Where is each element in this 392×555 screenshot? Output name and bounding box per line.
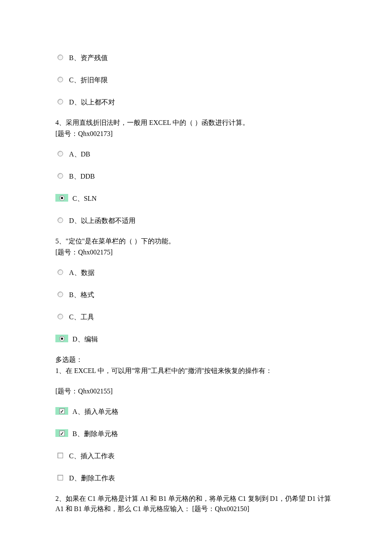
option-label: D、以上函数都不适用 <box>69 214 135 226</box>
q4-option-a: A、DB <box>55 147 337 159</box>
q3-option-b: B、资产残值 <box>55 51 337 63</box>
radio-q4-b[interactable] <box>58 173 63 179</box>
radio-q5-b[interactable] <box>58 292 63 297</box>
radio-wrap <box>55 216 65 224</box>
option-label: B、删除单元格 <box>72 427 118 439</box>
radio-wrap <box>55 75 65 83</box>
radio-wrap <box>55 98 65 105</box>
checkbox-mq1-d[interactable] <box>58 475 63 480</box>
option-label: D、删除工作表 <box>69 471 115 483</box>
radio-wrap <box>55 312 65 320</box>
option-label: A、DB <box>69 147 90 159</box>
q5-option-a: A、数据 <box>55 266 337 278</box>
radio-wrap <box>55 150 65 157</box>
q5-option-d: D、编辑 <box>55 332 337 344</box>
checkbox-wrap-checked <box>55 429 68 437</box>
option-label: A、数据 <box>69 266 95 278</box>
radio-q5-d[interactable] <box>59 336 65 341</box>
option-label: A、插入单元格 <box>72 405 118 417</box>
option-label: C、工具 <box>69 310 94 322</box>
checkbox-wrap-checked <box>55 407 68 415</box>
radio-q5-a[interactable] <box>58 269 63 275</box>
checkbox-wrap <box>55 451 65 459</box>
option-label: C、折旧年限 <box>69 73 108 85</box>
mq1-option-a: A、插入单元格 <box>55 405 337 417</box>
radio-wrap-selected <box>55 335 68 342</box>
radio-q3-c[interactable] <box>58 77 63 82</box>
option-label: B、格式 <box>69 288 94 300</box>
q3-option-d: D、以上都不对 <box>55 95 337 107</box>
q4-text: 4、采用直线折旧法时，一般用 EXCEL 中的（ ）函数进行计算。 <box>55 118 337 128</box>
multi-q1-text: 1、在 EXCEL 中，可以用"常用"工具栏中的"撤消"按钮来恢复的操作有： <box>55 366 337 376</box>
q5-option-c: C、工具 <box>55 310 337 322</box>
option-label: B、资产残值 <box>69 51 108 63</box>
option-label: C、插入工作表 <box>69 449 115 461</box>
q5-option-b: B、格式 <box>55 288 337 300</box>
radio-q3-b[interactable] <box>58 55 63 60</box>
multi-q2-text: 2、如果在 C1 单元格是计算 A1 和 B1 单元格的和，将单元格 C1 复制… <box>55 494 337 514</box>
radio-wrap <box>55 53 65 61</box>
checkbox-wrap <box>55 474 65 481</box>
option-label: C、SLN <box>72 192 97 204</box>
option-label: D、编辑 <box>72 332 98 344</box>
q4-option-b: B、DDB <box>55 170 337 182</box>
q5-id: [题号：Qhx002175] <box>55 247 337 257</box>
multi-section-title: 多选题： <box>55 355 337 365</box>
radio-q5-c[interactable] <box>58 314 63 319</box>
option-label: B、DDB <box>69 170 95 182</box>
mq1-option-b: B、删除单元格 <box>55 427 337 439</box>
multi-q2: 2、如果在 C1 单元格是计算 A1 和 B1 单元格的和，将单元格 C1 复制… <box>55 494 337 514</box>
radio-q4-a[interactable] <box>58 151 63 156</box>
radio-wrap-selected <box>55 194 68 202</box>
q4-id: [题号：Qhx002173] <box>55 129 337 139</box>
mq1-option-c: C、插入工作表 <box>55 449 337 461</box>
checkbox-mq1-c[interactable] <box>58 453 63 458</box>
radio-q3-d[interactable] <box>58 99 63 104</box>
checkbox-mq1-a[interactable] <box>59 408 65 414</box>
q3-option-c: C、折旧年限 <box>55 73 337 85</box>
question-5: 5、"定位"是在菜单栏的（ ）下的功能。 [题号：Qhx002175] <box>55 236 337 257</box>
multi-q1-id: [题号：Qhx002155] <box>55 386 337 396</box>
q5-text: 5、"定位"是在菜单栏的（ ）下的功能。 <box>55 236 337 246</box>
option-label: D、以上都不对 <box>69 95 115 107</box>
radio-q4-d[interactable] <box>58 217 63 223</box>
radio-wrap <box>55 268 65 276</box>
radio-wrap <box>55 290 65 298</box>
question-4: 4、采用直线折旧法时，一般用 EXCEL 中的（ ）函数进行计算。 [题号：Qh… <box>55 118 337 139</box>
checkbox-mq1-b[interactable] <box>59 431 65 436</box>
q4-option-d: D、以上函数都不适用 <box>55 214 337 226</box>
radio-q4-c[interactable] <box>59 195 65 201</box>
mq1-option-d: D、删除工作表 <box>55 471 337 483</box>
q4-option-c: C、SLN <box>55 192 337 204</box>
radio-wrap <box>55 172 65 179</box>
